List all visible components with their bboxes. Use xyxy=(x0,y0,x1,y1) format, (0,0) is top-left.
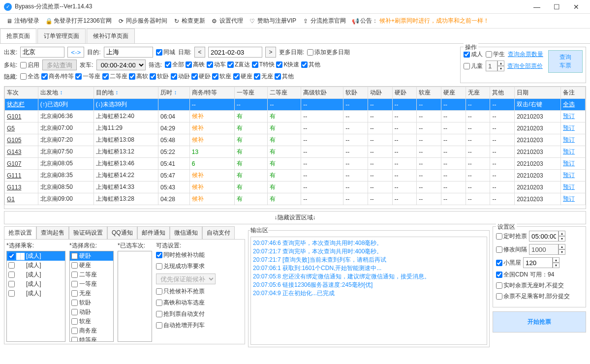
filter-4[interactable]: T特快 xyxy=(252,61,275,69)
col-6[interactable]: 二等座 xyxy=(268,87,301,99)
date-next-button[interactable]: > xyxy=(265,47,276,58)
insuff-checkbox[interactable]: 余票不足乘客时,部分提交 xyxy=(496,292,570,301)
btab-4[interactable]: 邮件通知 xyxy=(137,226,170,239)
col-11[interactable]: 软座 xyxy=(417,87,441,99)
selected-trains-list[interactable] xyxy=(118,251,152,342)
hide-6[interactable]: 动卧 xyxy=(171,72,190,81)
child-count-stepper[interactable]: ▴▾ xyxy=(486,61,504,71)
table-row[interactable]: G107北京南08:05上海虹桥13:4605:416有有-----------… xyxy=(5,158,586,170)
maximize-button[interactable]: ☐ xyxy=(547,3,566,11)
hide-0[interactable]: 全选 xyxy=(20,72,39,81)
tab-grab[interactable]: 抢票页面 xyxy=(0,29,36,43)
seat-item[interactable]: 二等座 xyxy=(70,270,113,279)
seat-item[interactable]: 特等座 xyxy=(70,335,113,342)
hide-8[interactable]: 软座 xyxy=(212,72,231,81)
hide-1[interactable]: 商务/特等 xyxy=(41,72,74,81)
btab-6[interactable]: 自动支付 xyxy=(202,226,235,239)
menu-sync-time[interactable]: ⟳同步服务器时间 xyxy=(116,16,169,26)
col-4[interactable]: 商务/特等 xyxy=(189,87,234,99)
menu-open-12306[interactable]: 🔒免登录打开12306官网 xyxy=(43,16,113,26)
col-12[interactable]: 硬座 xyxy=(441,87,466,99)
hide-5[interactable]: 软卧 xyxy=(150,72,169,81)
add-more-date-checkbox[interactable]: 添加更多日期 xyxy=(307,48,350,57)
toggle-settings-bar[interactable]: ↓隐藏设置区域↓ xyxy=(4,211,586,224)
filter-5[interactable]: K快速 xyxy=(276,61,299,69)
from-input[interactable] xyxy=(20,47,64,58)
same-city-checkbox[interactable]: 同城 xyxy=(156,48,175,57)
child-checkbox[interactable]: 儿童 xyxy=(464,62,483,70)
table-row[interactable]: G111北京南08:35上海虹桥14:2205:47候补有有----------… xyxy=(5,170,586,182)
col-7[interactable]: 高级软卧 xyxy=(301,87,343,99)
date-prev-button[interactable]: < xyxy=(194,47,205,58)
hide-7[interactable]: 硬卧 xyxy=(191,72,211,81)
col-15[interactable]: 日期 xyxy=(515,87,561,99)
black-input[interactable] xyxy=(523,257,553,268)
btab-5[interactable]: 微信通知 xyxy=(170,226,202,239)
tab-orders[interactable]: 订单管理页面 xyxy=(37,29,86,43)
to-input[interactable] xyxy=(104,47,153,58)
table-row[interactable]: G5北京南07:00上海11:2904:29候补有有--------------… xyxy=(5,122,586,134)
seat-item[interactable]: 软座 xyxy=(70,317,113,326)
hide-3[interactable]: 二等座 xyxy=(102,72,127,81)
table-row[interactable]: G101北京南06:36上海虹桥12:4006:04候补有有----------… xyxy=(5,111,586,122)
train-table[interactable]: 车次出发地 ↕目的地 ↕历时 ↕商务/特等一等座二等座高级软卧软卧动卧硬卧软座硬… xyxy=(4,86,586,209)
tab-houbu[interactable]: 候补订单页面 xyxy=(87,29,135,43)
seat-item[interactable]: 硬卧 xyxy=(70,251,113,261)
table-row[interactable]: G143北京南07:50上海虹桥13:1205:2213有有----------… xyxy=(5,146,586,158)
date-input[interactable] xyxy=(208,47,262,58)
filter-3[interactable]: Z直达 xyxy=(227,61,250,69)
col-10[interactable]: 硬卧 xyxy=(392,87,417,99)
col-5[interactable]: 一等座 xyxy=(234,87,268,99)
hide-4[interactable]: 高软 xyxy=(129,72,148,81)
seat-item[interactable]: 一等座 xyxy=(70,279,113,289)
col-1[interactable]: 出发地 ↕ xyxy=(38,87,93,99)
seat-item[interactable]: 商务座 xyxy=(70,326,113,335)
start-grab-button[interactable]: 开始抢票 xyxy=(493,311,586,333)
seats-list[interactable]: 硬卧 硬座 二等座 一等座 无座 软卧 动卧 软座 商务座 特等座 xyxy=(69,251,114,342)
passengers-list[interactable]: ██[成人] ██[成人] ██[成人] ██[成人] ██[成人] xyxy=(6,251,65,342)
timer-input[interactable] xyxy=(529,231,559,242)
col-3[interactable]: 历时 ↕ xyxy=(158,87,189,99)
menu-vip[interactable]: ♡赞助与注册VIP xyxy=(247,16,298,26)
passenger-item[interactable]: ██[成人] xyxy=(7,251,65,261)
seat-item[interactable]: 硬座 xyxy=(70,261,113,270)
filter-2[interactable]: 动车 xyxy=(207,61,226,69)
btab-1[interactable]: 查询起售 xyxy=(36,226,69,239)
passenger-item[interactable]: ██[成人] xyxy=(7,289,65,298)
query-remain-link[interactable]: 查询余票数量 xyxy=(508,50,543,59)
menu-check-update[interactable]: ↻检查更新 xyxy=(171,16,207,26)
realtime-checkbox[interactable]: 实时余票无座时,不提交 xyxy=(496,281,564,290)
query-tickets-button[interactable]: 查询 车票 xyxy=(548,50,583,73)
close-button[interactable]: ✕ xyxy=(566,3,586,11)
opt-gd[interactable]: 高铁和动车选座 xyxy=(156,299,216,307)
hide-9[interactable]: 硬座 xyxy=(233,72,252,81)
swap-button[interactable]: <-> xyxy=(67,47,84,58)
student-checkbox[interactable]: 学生 xyxy=(486,50,505,59)
col-8[interactable]: 软卧 xyxy=(343,87,368,99)
col-13[interactable]: 无座 xyxy=(466,87,490,99)
col-14[interactable]: 其他 xyxy=(490,87,515,99)
seat-item[interactable]: 无座 xyxy=(70,289,113,298)
table-row[interactable]: G113北京南08:50上海虹桥14:3305:43候补有有----------… xyxy=(5,182,586,193)
filter-0[interactable]: 全部 xyxy=(165,61,184,69)
status-row[interactable]: 状态栏(↑)已选0列(↓)未选39列----------------------… xyxy=(5,99,586,111)
timer-checkbox[interactable]: 定时抢票 xyxy=(496,232,527,241)
btab-2[interactable]: 验证码设置 xyxy=(69,226,107,239)
filter-6[interactable]: 其他 xyxy=(301,61,320,69)
passenger-item[interactable]: ██[成人] xyxy=(7,279,65,289)
opt-houbu[interactable]: 同时抢候补功能 xyxy=(156,251,216,259)
passenger-item[interactable]: ██[成人] xyxy=(7,270,65,279)
col-2[interactable]: 目的地 ↕ xyxy=(93,87,158,99)
opt-only[interactable]: 只抢候补不抢票 xyxy=(156,287,216,296)
hide-10[interactable]: 无座 xyxy=(254,72,273,81)
col-0[interactable]: 车次 xyxy=(5,87,38,99)
multi-enable-checkbox[interactable]: 启用 xyxy=(20,61,39,69)
table-row[interactable]: G1北京南09:00上海虹桥13:2804:28候补有有------------… xyxy=(5,193,586,205)
query-all-price-link[interactable]: 查询全部票价 xyxy=(507,62,543,70)
menu-official[interactable]: ⇪分流抢票官网 xyxy=(300,16,348,26)
minimize-button[interactable]: — xyxy=(527,3,547,11)
cdn-checkbox[interactable]: 全国CDN xyxy=(496,271,528,279)
multi-query-button[interactable]: 多站查询 xyxy=(42,60,77,70)
btab-0[interactable]: 抢票设置 xyxy=(4,226,36,239)
filter-1[interactable]: 高铁 xyxy=(186,61,205,69)
